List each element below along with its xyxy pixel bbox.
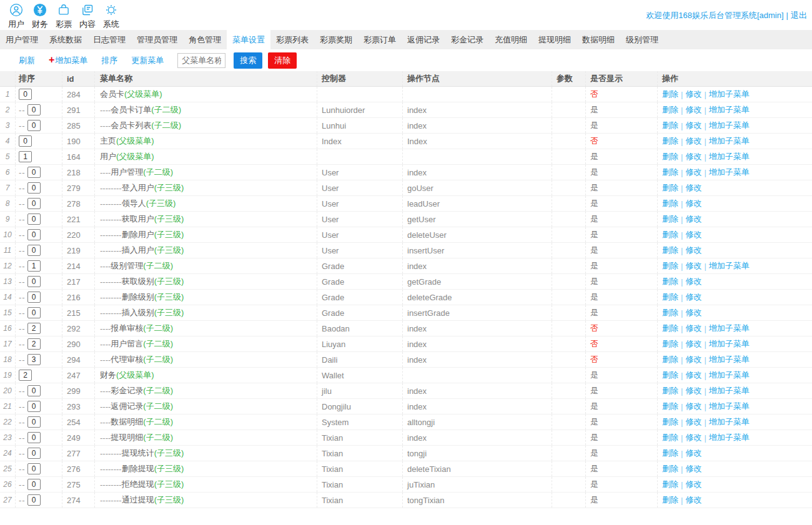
- add-menu-link[interactable]: +增加菜单: [49, 54, 87, 66]
- delete-link[interactable]: 删除: [662, 494, 678, 506]
- sort-input[interactable]: [19, 370, 32, 381]
- delete-link[interactable]: 删除: [662, 245, 678, 256]
- delete-link[interactable]: 删除: [662, 463, 678, 474]
- tab-角色管理[interactable]: 角色管理: [183, 30, 227, 49]
- add-submenu-link[interactable]: 增加子菜单: [709, 260, 750, 272]
- menu-user[interactable]: 用户: [4, 2, 28, 30]
- sort-input[interactable]: [27, 167, 41, 178]
- modify-link[interactable]: 修改: [685, 276, 701, 287]
- add-submenu-link[interactable]: 增加子菜单: [709, 135, 750, 147]
- delete-link[interactable]: 删除: [662, 229, 678, 240]
- sort-input[interactable]: [27, 229, 41, 240]
- modify-link[interactable]: 修改: [685, 182, 701, 194]
- delete-link[interactable]: 删除: [662, 432, 678, 443]
- menu-lottery[interactable]: 彩票: [52, 2, 76, 30]
- modify-link[interactable]: 修改: [685, 401, 701, 412]
- menu-finance[interactable]: 财务: [28, 2, 52, 30]
- modify-link[interactable]: 修改: [685, 120, 701, 131]
- modify-link[interactable]: 修改: [685, 385, 701, 396]
- modify-link[interactable]: 修改: [685, 338, 701, 350]
- modify-link[interactable]: 修改: [685, 245, 701, 256]
- modify-link[interactable]: 修改: [685, 307, 701, 318]
- sort-input[interactable]: [27, 448, 41, 459]
- sort-input[interactable]: [27, 104, 41, 115]
- sort-input[interactable]: [19, 89, 32, 100]
- delete-link[interactable]: 删除: [662, 276, 678, 287]
- delete-link[interactable]: 删除: [662, 307, 678, 318]
- tab-提现明细[interactable]: 提现明细: [533, 30, 577, 49]
- delete-link[interactable]: 删除: [662, 323, 678, 334]
- add-submenu-link[interactable]: 增加子菜单: [709, 323, 750, 334]
- tab-充值明细[interactable]: 充值明细: [489, 30, 533, 49]
- sort-input[interactable]: [27, 463, 41, 474]
- sort-input[interactable]: [27, 432, 41, 443]
- modify-link[interactable]: 修改: [685, 198, 701, 209]
- parent-menu-search-input[interactable]: [177, 53, 225, 68]
- refresh-link[interactable]: 刷新: [19, 55, 35, 66]
- modify-link[interactable]: 修改: [685, 135, 701, 147]
- tab-彩票列表[interactable]: 彩票列表: [270, 30, 314, 49]
- sort-input[interactable]: [27, 385, 41, 396]
- delete-link[interactable]: 删除: [662, 370, 678, 381]
- delete-link[interactable]: 删除: [662, 167, 678, 178]
- delete-link[interactable]: 删除: [662, 479, 678, 490]
- delete-link[interactable]: 删除: [662, 260, 678, 272]
- modify-link[interactable]: 修改: [685, 213, 701, 225]
- delete-link[interactable]: 删除: [662, 120, 678, 131]
- add-submenu-link[interactable]: 增加子菜单: [709, 104, 750, 115]
- sort-input[interactable]: [27, 120, 41, 131]
- add-submenu-link[interactable]: 增加子菜单: [709, 354, 750, 365]
- delete-link[interactable]: 删除: [662, 198, 678, 209]
- sort-input[interactable]: [27, 401, 41, 412]
- tab-彩票奖期[interactable]: 彩票奖期: [314, 30, 358, 49]
- delete-link[interactable]: 删除: [662, 182, 678, 194]
- tab-菜单设置[interactable]: 菜单设置: [227, 30, 270, 49]
- delete-link[interactable]: 删除: [662, 385, 678, 396]
- delete-link[interactable]: 删除: [662, 292, 678, 303]
- add-submenu-link[interactable]: 增加子菜单: [709, 416, 750, 428]
- tab-用户管理[interactable]: 用户管理: [0, 30, 44, 49]
- tab-数据明细[interactable]: 数据明细: [577, 30, 620, 49]
- add-submenu-link[interactable]: 增加子菜单: [709, 167, 750, 178]
- modify-link[interactable]: 修改: [685, 104, 701, 115]
- welcome-text[interactable]: 欢迎使用168娱乐后台管理系统[admin]: [646, 11, 783, 20]
- modify-link[interactable]: 修改: [685, 479, 701, 490]
- tab-返佣记录[interactable]: 返佣记录: [402, 30, 445, 49]
- modify-link[interactable]: 修改: [685, 354, 701, 365]
- delete-link[interactable]: 删除: [662, 338, 678, 350]
- sort-input[interactable]: [27, 245, 41, 256]
- tab-系统数据[interactable]: 系统数据: [44, 30, 87, 49]
- tab-级别管理[interactable]: 级别管理: [620, 30, 664, 49]
- modify-link[interactable]: 修改: [685, 323, 701, 334]
- sort-input[interactable]: [27, 307, 41, 318]
- logout-link[interactable]: 退出: [791, 11, 807, 20]
- delete-link[interactable]: 删除: [662, 401, 678, 412]
- delete-link[interactable]: 删除: [662, 135, 678, 147]
- delete-link[interactable]: 删除: [662, 448, 678, 459]
- add-submenu-link[interactable]: 增加子菜单: [709, 370, 750, 381]
- sort-input[interactable]: [27, 323, 41, 334]
- delete-link[interactable]: 删除: [662, 213, 678, 225]
- delete-link[interactable]: 删除: [662, 151, 678, 162]
- sort-input[interactable]: [27, 292, 41, 303]
- delete-link[interactable]: 删除: [662, 104, 678, 115]
- add-submenu-link[interactable]: 增加子菜单: [709, 401, 750, 412]
- menu-system[interactable]: 系统: [99, 2, 123, 30]
- sort-input[interactable]: [27, 198, 41, 209]
- delete-link[interactable]: 删除: [662, 416, 678, 428]
- sort-input[interactable]: [27, 182, 41, 194]
- modify-link[interactable]: 修改: [685, 167, 701, 178]
- sort-input[interactable]: [27, 213, 41, 225]
- tab-彩票订单[interactable]: 彩票订单: [358, 30, 402, 49]
- modify-link[interactable]: 修改: [685, 370, 701, 381]
- sort-input[interactable]: [27, 260, 41, 272]
- sort-input[interactable]: [27, 479, 41, 490]
- sort-input[interactable]: [27, 276, 41, 287]
- modify-link[interactable]: 修改: [685, 416, 701, 428]
- sort-input[interactable]: [27, 338, 41, 350]
- modify-link[interactable]: 修改: [685, 151, 701, 162]
- add-submenu-link[interactable]: 增加子菜单: [709, 432, 750, 443]
- modify-link[interactable]: 修改: [685, 448, 701, 459]
- sort-input[interactable]: [27, 354, 41, 365]
- modify-link[interactable]: 修改: [685, 494, 701, 506]
